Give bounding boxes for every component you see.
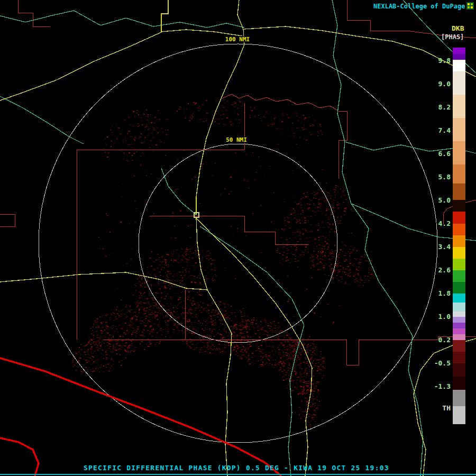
colorbar-unit-label: DKB (452, 24, 464, 32)
colorbar-gradient (453, 48, 465, 424)
svg-text:100 NMI: 100 NMI (225, 36, 250, 43)
radar-screen: 100 NMI50 NMI NEXLAB-College of DuPage D… (0, 0, 476, 476)
svg-text:50 NMI: 50 NMI (226, 136, 247, 143)
brand-text: NEXLAB-College of DuPage (373, 3, 465, 10)
colorbar-threshold-label: TH (422, 404, 451, 412)
cod-logo-icon (466, 2, 474, 10)
product-title: SPECIFIC DIFFERENTIAL PHASE (KDP) 0.5 DE… (84, 464, 389, 472)
road-layer (0, 0, 476, 476)
bottom-divider (0, 474, 476, 475)
radar-map: 100 NMI50 NMI (0, 0, 476, 476)
county-layer (0, 0, 476, 365)
river-layer (0, 0, 476, 476)
echo-layer (71, 99, 377, 427)
ring-layer (39, 44, 437, 443)
ring-label-layer: 100 NMI50 NMI (225, 36, 250, 143)
